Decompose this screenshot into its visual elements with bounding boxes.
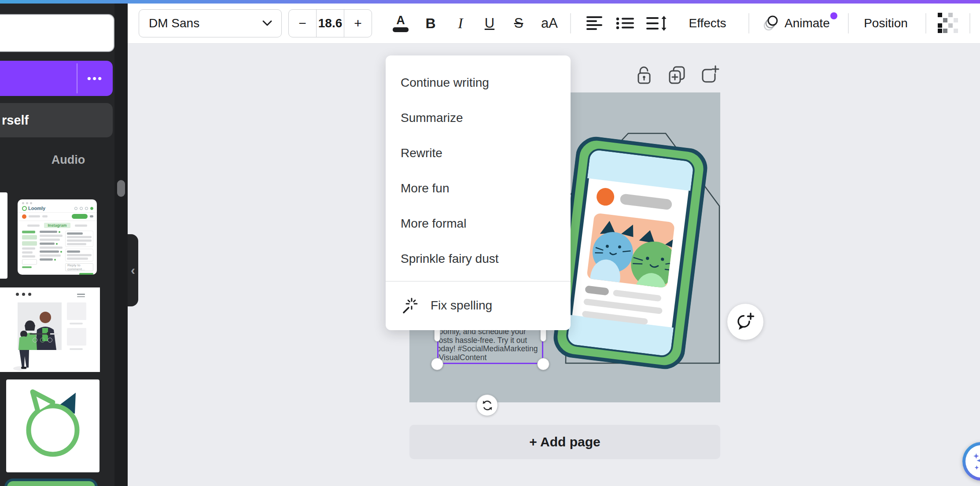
menu-item-fix-spelling[interactable]: Fix spelling: [386, 287, 571, 324]
line-spacing-icon: [646, 16, 667, 31]
italic-button[interactable]: I: [450, 4, 471, 43]
font-size-value[interactable]: 18.6: [316, 10, 344, 37]
window-dots-icon: [18, 199, 97, 205]
sparkles-icon: [972, 451, 980, 471]
loomly-header-icons: [74, 207, 93, 210]
thumbnail-partial[interactable]: [0, 192, 7, 279]
chevron-left-icon: ‹: [131, 263, 135, 278]
thumbnail-loomly-screenshot[interactable]: Loomly Instagram: [18, 199, 97, 275]
toolbar-divider: [969, 13, 970, 33]
decrease-font-button[interactable]: −: [289, 10, 316, 37]
canva-editor-screen: { "toolbar": { "font_name": "DM Sans", "…: [0, 0, 980, 486]
loomly-cat-icon: [22, 206, 27, 211]
resize-handle-bottom-left[interactable]: [431, 358, 443, 370]
bulleted-list-button[interactable]: [613, 4, 637, 43]
duplicate-page-button[interactable]: [668, 66, 686, 85]
bold-button[interactable]: B: [420, 4, 441, 43]
top-gradient-bar: [0, 0, 980, 4]
add-page-icon-button[interactable]: [701, 65, 719, 84]
add-page-button[interactable]: + Add page: [409, 425, 720, 459]
sidebar-panel: ••• rself Audio Loomly Instagram: [0, 4, 128, 486]
window-dots-icon: [16, 293, 31, 296]
menu-icon: [77, 294, 85, 298]
chevron-down-icon: [262, 20, 273, 27]
align-left-icon: [586, 15, 604, 31]
scrollbar-thumb[interactable]: [117, 180, 125, 197]
audio-section-heading: Audio: [0, 153, 128, 167]
font-size-stepper: − 18.6 +: [288, 9, 372, 37]
position-button[interactable]: Position: [859, 4, 912, 43]
effects-button[interactable]: Effects: [682, 4, 733, 43]
menu-divider: [386, 281, 571, 282]
magic-wand-icon: [402, 297, 419, 314]
cat-logo-icon: [6, 379, 99, 472]
menu-item-continue-writing[interactable]: Continue writing: [386, 65, 571, 100]
comment-plus-icon: [736, 313, 755, 331]
sidebar-collapse-button[interactable]: ‹: [128, 234, 138, 306]
transparency-button[interactable]: [936, 4, 961, 43]
new-post-pill: [72, 214, 88, 219]
underline-button[interactable]: U: [479, 4, 500, 43]
text-case-button[interactable]: aA: [536, 4, 563, 43]
menu-item-more-fun[interactable]: More fun: [386, 171, 571, 206]
magic-write-menu: Continue writing Summarize Rewrite More …: [386, 55, 571, 330]
transparency-checker-icon: [938, 13, 959, 34]
loomly-logo: Loomly: [22, 206, 45, 211]
text-align-button[interactable]: [584, 4, 607, 43]
strikethrough-button[interactable]: S: [508, 4, 529, 43]
add-comment-button[interactable]: [727, 304, 763, 340]
animate-button[interactable]: Animate: [762, 4, 830, 43]
menu-item-sprinkle-fairy-dust[interactable]: Sprinkle fairy dust: [386, 241, 571, 276]
resize-handle-bottom-right[interactable]: [537, 358, 549, 370]
reply-button: Reply: [79, 273, 93, 275]
ai-assistant-button[interactable]: [962, 442, 980, 481]
toolbar-divider: [570, 13, 571, 33]
avatar-dot: [22, 214, 26, 219]
thumbnail-people-illustration[interactable]: [0, 287, 100, 372]
toolbar-divider: [925, 13, 926, 33]
instagram-tab-label: Instagram: [44, 223, 70, 228]
record-yourself-button[interactable]: •••: [0, 61, 113, 96]
more-options-icon[interactable]: •••: [77, 61, 113, 96]
color-swatch: [393, 27, 409, 32]
reply-input: Reply to comment...: [65, 263, 93, 271]
font-name: DM Sans: [149, 16, 199, 30]
menu-item-summarize[interactable]: Summarize: [386, 100, 571, 136]
text-color-button[interactable]: A: [390, 4, 411, 43]
sidebar-search-input[interactable]: [0, 14, 114, 52]
thumbnail-cat-logo[interactable]: [6, 379, 99, 472]
menu-item-rewrite[interactable]: Rewrite: [386, 136, 571, 171]
standing-person: [11, 330, 37, 372]
list-icon: [616, 16, 634, 30]
sidebar-item-record-yourself[interactable]: rself: [0, 103, 113, 137]
unlock-button[interactable]: [637, 65, 652, 85]
rotate-icon: [482, 400, 493, 411]
toolbar-divider: [748, 13, 749, 33]
menu-item-more-formal[interactable]: More formal: [386, 206, 571, 241]
font-family-select[interactable]: DM Sans: [139, 9, 282, 37]
rotate-handle[interactable]: [476, 394, 498, 416]
animate-new-badge: [830, 12, 837, 19]
record-yourself-label: rself: [2, 113, 29, 128]
text-toolbar: DM Sans − 18.6 + A B I U S aA: [128, 4, 980, 44]
increase-font-button[interactable]: +: [344, 10, 372, 37]
toolbar-divider: [848, 13, 849, 33]
line-spacing-button[interactable]: [644, 4, 670, 43]
phone-illustration[interactable]: [551, 135, 709, 372]
green-element-partial[interactable]: [4, 479, 98, 486]
sidebar-scrollbar[interactable]: [114, 4, 128, 486]
animate-icon: [762, 14, 780, 33]
